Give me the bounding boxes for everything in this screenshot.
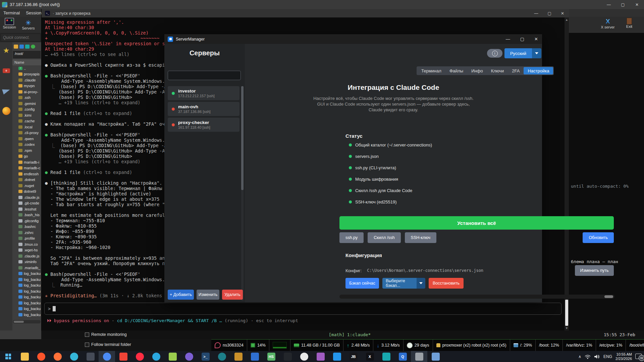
- file-row[interactable]: .wget-hs: [12, 247, 41, 253]
- sftp-plane-icon[interactable]: [2, 86, 11, 95]
- scrollbar-thumb[interactable]: [604, 295, 613, 298]
- follow-terminal-checkbox[interactable]: Follow terminal folder: [85, 342, 131, 347]
- maximize-icon[interactable]: ▢: [548, 11, 551, 16]
- folder-up-icon[interactable]: [14, 45, 18, 49]
- file-panel-hscrollbar[interactable]: [13, 320, 41, 323]
- taskbar-app-media-app[interactable]: [312, 351, 329, 362]
- taskbar-app-heidisql[interactable]: HS: [263, 351, 279, 362]
- taskbar-app-brave-browser[interactable]: [33, 351, 49, 362]
- tray-overflow-chevron-icon[interactable]: ∧: [578, 354, 581, 359]
- chevron-down-icon[interactable]: [417, 278, 425, 289]
- restore-button[interactable]: Восстановить: [429, 278, 464, 289]
- ssh-key-button[interactable]: SSH-ключ: [405, 232, 436, 243]
- tab-файлы[interactable]: Файлы: [445, 67, 467, 74]
- taskbar-app-vs-app[interactable]: [247, 351, 263, 362]
- taskbar-app-firefox[interactable]: [49, 351, 66, 362]
- taskbar-app-white-app[interactable]: [296, 351, 312, 362]
- taskbar-app-docker[interactable]: [329, 351, 345, 362]
- volume-icon[interactable]: [594, 354, 600, 359]
- add-server-button[interactable]: + Добавить: [168, 290, 194, 300]
- server-search-input[interactable]: [168, 71, 241, 80]
- terminal-titlebar[interactable]: >_ · запуск и проверка: [42, 9, 569, 17]
- file-row[interactable]: .ssh: [12, 95, 41, 101]
- wifi-icon[interactable]: [585, 354, 591, 359]
- network-globe-icon[interactable]: [2, 107, 11, 115]
- x-server-button[interactable]: X X server: [599, 18, 616, 29]
- taskbar-app-kiwix[interactable]: [230, 351, 247, 362]
- file-row[interactable]: .config: [12, 107, 41, 113]
- path-input[interactable]: /root/: [13, 51, 41, 58]
- backup-select[interactable]: Выберите бэкап...: [382, 278, 425, 289]
- servers-button[interactable]: ✳ Servers: [19, 19, 37, 30]
- chevron-down-icon[interactable]: [532, 48, 541, 58]
- file-row[interactable]: .qwen: [12, 136, 41, 142]
- taskbar-app-opera[interactable]: [131, 351, 148, 362]
- taskbar-app-jetbrains[interactable]: JB: [345, 351, 362, 362]
- minimize-icon[interactable]: —: [506, 37, 510, 42]
- taskbar-app-quick-app[interactable]: Q: [394, 351, 411, 362]
- tools-knife-icon[interactable]: [2, 66, 11, 75]
- server-list-scrollbar[interactable]: [241, 86, 244, 301]
- file-row[interactable]: proxyapis: [12, 71, 41, 77]
- refresh-icon[interactable]: [31, 45, 35, 49]
- file-row[interactable]: log_backu: [12, 300, 41, 306]
- server-list-item[interactable]: main-ovh37.187.136.86 [ssh]: [168, 102, 239, 116]
- file-row[interactable]: mariadb-i: [12, 159, 41, 165]
- file-row[interactable]: .mariadb_: [12, 265, 41, 271]
- language-value[interactable]: Русский: [504, 48, 532, 58]
- backup-now-button[interactable]: Бэкап сейчас: [345, 278, 379, 289]
- taskbar-app-file-explorer[interactable]: [16, 351, 33, 362]
- close-icon[interactable]: ✕: [534, 37, 538, 42]
- file-row[interactable]: .codex: [12, 142, 41, 148]
- file-row[interactable]: ai-proxy-: [12, 89, 41, 95]
- quick-connect-input[interactable]: [1, 34, 41, 42]
- taskbar-app-viber[interactable]: [181, 351, 197, 362]
- file-row[interactable]: .tmux.co: [12, 241, 41, 247]
- menu-terminal[interactable]: Terminal: [3, 10, 20, 15]
- file-row[interactable]: .gitconfig: [12, 218, 41, 224]
- file-row[interactable]: .npm: [12, 147, 41, 154]
- minimize-icon[interactable]: —: [534, 11, 538, 16]
- sshpy-button[interactable]: ssh.py: [339, 232, 364, 243]
- taskbar-app-x-app[interactable]: X: [362, 351, 378, 362]
- file-row[interactable]: myvpn: [12, 83, 41, 89]
- file-row[interactable]: .claude.js: [12, 194, 41, 200]
- file-row[interactable]: log_backu: [12, 277, 41, 283]
- close-icon[interactable]: ✕: [561, 11, 564, 16]
- taskbar-app-chrome[interactable]: [99, 351, 115, 362]
- server-list-item[interactable]: investor173.212.212.157 [ssh]: [168, 86, 239, 100]
- file-row[interactable]: .profile: [12, 236, 41, 242]
- server-list-item[interactable]: proxy-checker161.97.118.40 [ssh]: [168, 118, 239, 132]
- start-button[interactable]: [0, 351, 16, 362]
- remote-monitoring-checkbox[interactable]: Remote monitoring: [85, 332, 127, 337]
- taskbar-app-tor-browser[interactable]: [82, 351, 99, 362]
- taskbar-app-notepad-plus[interactable]: [164, 351, 181, 362]
- taskbar-app-edge-browser[interactable]: [66, 351, 82, 362]
- taskbar-app-anydesk[interactable]: [115, 351, 131, 362]
- file-row[interactable]: .cli-proxy: [12, 130, 41, 136]
- file-row[interactable]: .bashrc: [12, 224, 41, 230]
- scrollbar-thumb[interactable]: [241, 86, 244, 190]
- refresh-button[interactable]: Обновить: [583, 232, 614, 243]
- file-row[interactable]: .viminfo: [12, 259, 41, 265]
- backup-select-value[interactable]: Выберите бэкап...: [382, 278, 417, 289]
- scroll-up-icon[interactable]: ▲: [565, 18, 569, 21]
- file-row[interactable]: .local: [12, 124, 41, 130]
- maximize-icon[interactable]: ▢: [616, 0, 630, 9]
- change-path-button[interactable]: Изменить путь: [575, 265, 614, 276]
- tab-2fa[interactable]: 2FA: [508, 67, 524, 74]
- notifications-button[interactable]: 32: [635, 354, 643, 360]
- file-row[interactable]: .zshrc: [12, 230, 41, 236]
- file-row[interactable]: .claude.js: [12, 253, 41, 259]
- file-row[interactable]: .lesshst: [12, 206, 41, 212]
- minimize-icon[interactable]: —: [602, 0, 616, 9]
- file-row[interactable]: .cache: [12, 118, 41, 124]
- file-row[interactable]: endlessh: [12, 171, 41, 177]
- file-row[interactable]: log_backu: [12, 306, 41, 312]
- clock[interactable]: 10:55 AM 2/23/2026: [615, 352, 632, 361]
- edit-server-button[interactable]: Изменить: [197, 290, 219, 300]
- file-row[interactable]: .gemini: [12, 101, 41, 107]
- file-row[interactable]: dotnet9: [12, 189, 41, 195]
- file-row[interactable]: log_backu: [12, 271, 41, 277]
- taskbar-app-sharex[interactable]: [378, 351, 394, 362]
